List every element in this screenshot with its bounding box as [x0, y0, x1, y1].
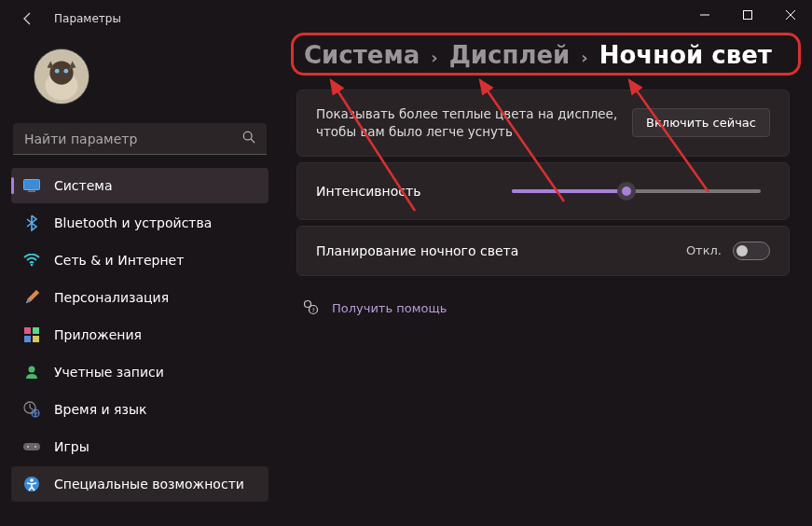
nav-item-apps[interactable]: Приложения — [11, 317, 268, 353]
minimize-button[interactable] — [683, 0, 726, 30]
nav-label: Учетные записи — [54, 365, 164, 380]
paintbrush-icon — [22, 288, 41, 307]
nav-label: Время и язык — [54, 402, 146, 417]
display-icon — [22, 176, 41, 195]
svg-line-8 — [251, 139, 255, 143]
bluetooth-icon — [22, 214, 41, 232]
warm-colors-description: Показывать более теплые цвета на дисплее… — [316, 105, 632, 141]
breadcrumb-display[interactable]: Дисплей — [449, 41, 571, 69]
svg-rect-12 — [24, 327, 31, 334]
breadcrumb-system[interactable]: Система — [304, 41, 420, 69]
nav-label: Сеть & и Интернет — [54, 253, 184, 268]
get-help-link[interactable]: ? Получить помощь — [296, 298, 790, 318]
search-box[interactable] — [13, 123, 267, 155]
accessibility-icon — [22, 475, 41, 493]
schedule-toggle[interactable] — [733, 242, 770, 260]
user-avatar[interactable] — [34, 48, 89, 104]
nav-label: Игры — [54, 439, 89, 454]
enable-now-button[interactable]: Включить сейчас — [632, 108, 770, 137]
svg-rect-15 — [33, 336, 39, 342]
svg-point-6 — [63, 69, 68, 74]
chevron-right-icon: › — [581, 48, 587, 67]
back-button[interactable] — [19, 9, 37, 28]
nav-label: Bluetooth и устройства — [54, 215, 212, 230]
svg-text:?: ? — [311, 307, 314, 313]
nav-item-time-language[interactable]: Время и язык — [11, 392, 268, 427]
nav-item-bluetooth[interactable]: Bluetooth и устройства — [11, 205, 268, 241]
toggle-state-text: Откл. — [686, 243, 722, 257]
svg-point-23 — [30, 478, 34, 482]
nav-item-personalization[interactable]: Персонализация — [11, 280, 268, 315]
search-icon — [242, 131, 255, 146]
nav-label: Система — [54, 178, 112, 193]
gamepad-icon — [22, 437, 41, 456]
close-button[interactable] — [769, 0, 812, 30]
svg-point-5 — [55, 69, 60, 74]
svg-rect-1 — [744, 11, 752, 20]
nav-item-accessibility[interactable]: Специальные возможности — [11, 466, 268, 502]
slider-thumb[interactable] — [617, 182, 636, 201]
intensity-card: Интенсивность — [296, 162, 790, 220]
nav-label: Приложения — [54, 327, 142, 342]
maximize-button[interactable] — [726, 0, 769, 30]
person-icon — [22, 363, 41, 381]
svg-point-11 — [31, 264, 34, 267]
titlebar: Параметры — [0, 0, 812, 37]
intensity-slider[interactable] — [512, 182, 761, 201]
clock-globe-icon — [22, 400, 41, 419]
nav-label: Специальные возможности — [54, 477, 244, 491]
breadcrumb: Система › Дисплей › Ночной свет — [296, 37, 790, 73]
svg-rect-13 — [33, 327, 39, 334]
search-input[interactable] — [24, 132, 242, 146]
nav-item-network[interactable]: Сеть & и Интернет — [11, 242, 268, 278]
help-icon: ? — [302, 298, 319, 318]
nav-item-system[interactable]: Система — [11, 168, 268, 203]
breadcrumb-current: Ночной свет — [599, 41, 772, 69]
intensity-label: Интенсивность — [316, 184, 512, 199]
nav-item-games[interactable]: Игры — [11, 429, 268, 464]
nav-label: Персонализация — [54, 290, 169, 305]
apps-icon — [22, 325, 41, 344]
svg-rect-10 — [28, 191, 35, 192]
svg-point-20 — [27, 446, 29, 448]
nav-item-accounts[interactable]: Учетные записи — [11, 354, 268, 390]
svg-rect-19 — [23, 443, 40, 450]
nav-list: Система Bluetooth и устройства Сеть & и … — [11, 168, 268, 515]
svg-point-21 — [34, 446, 36, 448]
night-light-description-card: Показывать более теплые цвета на дисплее… — [296, 90, 790, 157]
main-content: Система › Дисплей › Ночной свет Показыва… — [280, 37, 812, 526]
schedule-label: Планирование ночного света — [316, 243, 686, 258]
svg-point-16 — [29, 367, 35, 373]
wifi-icon — [22, 251, 41, 270]
svg-rect-14 — [24, 336, 31, 342]
sidebar: Система Bluetooth и устройства Сеть & и … — [0, 37, 280, 526]
help-label: Получить помощь — [332, 301, 447, 315]
chevron-right-icon: › — [431, 48, 437, 67]
svg-point-4 — [49, 62, 73, 85]
svg-rect-9 — [24, 180, 40, 190]
window-title: Параметры — [54, 12, 121, 25]
schedule-card: Планирование ночного света Откл. — [296, 226, 790, 276]
svg-point-7 — [243, 132, 252, 140]
